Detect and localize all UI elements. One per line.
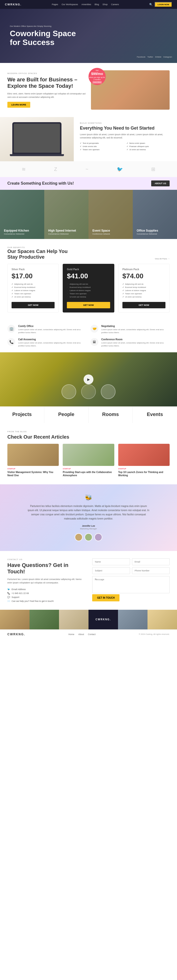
checklist-item-3: ✓Praesan ultriques quis [127, 145, 171, 148]
footer-links: Home About Contact [69, 633, 96, 636]
message-input[interactable] [92, 576, 170, 593]
built-section: MODERN OFFICE SPACES We are Built for Bu… [0, 63, 177, 117]
pack-feature-0-0: Adipiscing elit sed do [11, 283, 54, 286]
pack-cta-1[interactable]: GET NOW [67, 302, 110, 308]
feature-subtitle-3: Convenience Delivered [137, 233, 158, 235]
name-input[interactable] [92, 558, 130, 565]
contact-section: CONTACT US Have Questions? Get in Touch!… [0, 551, 177, 610]
contact-chat: ✉️ Can we help you? Feel free to get in … [7, 600, 85, 602]
social-dribble[interactable]: Dribble [155, 56, 161, 58]
social-instagram[interactable]: Instagram [163, 56, 172, 58]
price-badge-amount: $99/mo [91, 72, 103, 76]
subject-input[interactable] [92, 567, 130, 574]
pack-feature-0-3: Totam rem aperiam [11, 292, 54, 295]
feature-card-content-0: Equipped Kitchen Convenience Delivered [4, 229, 29, 235]
footer-link-contact[interactable]: Contact [88, 633, 96, 636]
social-facebook[interactable]: Facebook [137, 56, 145, 58]
stat-events: Events [133, 407, 177, 423]
contact-row-2 [92, 567, 170, 574]
view-all-plans[interactable]: View All Plans → [155, 258, 170, 260]
pricing-card-0: Silver Pack $17.00 Adipiscing elit sed d… [7, 264, 59, 312]
benefit-text-0: Comfy Office Lorem ipsum dolor sit amet,… [18, 325, 86, 334]
article-title-0[interactable]: Visitor Management Systems: Why You Need… [7, 471, 59, 477]
benefit-desc-1: Lorem ipsum dolor sit amet, consectetur … [101, 328, 170, 334]
pack-name-0: Silver Pack [11, 268, 54, 271]
contact-twitter: 🐦 Email Address [7, 588, 85, 590]
search-icon[interactable]: 🔍 [149, 3, 153, 6]
pack-price-2: $74.00 [123, 272, 166, 280]
benefit-title-2: Call Answering [18, 338, 86, 341]
footer-link-about[interactable]: About [78, 633, 84, 636]
contact-info: 🐦 Email Address 📞 +1 845 621 22 69 💬 Sup… [7, 588, 85, 602]
article-image-0 [7, 444, 59, 466]
feature-subtitle-0: Convenience Delivered [4, 233, 29, 235]
pricing-card-2: Platinum Pack $74.00 Adipiscing elit sed… [118, 264, 170, 312]
checklist-item-5: ✓Ut enim ad minima [127, 148, 171, 151]
checklist-item-4: ✓Totam rem aperiam [80, 148, 124, 151]
benefit-3: 🏛 Conference Room Lorem ipsum dolor sit … [91, 338, 170, 347]
benefit-desc-2: Lorem ipsum dolor sit amet, consectetur … [18, 342, 86, 347]
pack-cta-0[interactable]: GET NOW [11, 302, 54, 308]
email-input[interactable] [132, 558, 170, 565]
contact-chat-text: Can we help you? Feel free to get in tou… [11, 600, 54, 602]
nav-link-pages[interactable]: Pages [52, 3, 58, 6]
contact-title: Have Questions? Get in Touch! [7, 562, 85, 575]
price-badge: Get $99/mo when you sign up for 2 months… [88, 68, 106, 85]
benefit-desc-3: Lorem ipsum dolor sit amet, consectetur … [101, 342, 170, 347]
article-title-2[interactable]: Top 10 Launch Zones for Thinking and Wor… [118, 471, 170, 477]
gallery-item-2 [59, 610, 88, 629]
feature-card-content-1: High Speed Internet Convenience Delivere… [48, 229, 76, 235]
brand-logo-2: ~ [86, 167, 88, 172]
pack-cta-2[interactable]: GET NOW [123, 302, 166, 308]
contact-tag: CONTACT US [7, 558, 85, 560]
pack-name-1: Gold Pack [67, 268, 110, 271]
nav-link-shop[interactable]: Shop [102, 3, 108, 6]
submit-button[interactable]: GET IN TOUCH [92, 594, 120, 601]
contact-form: GET IN TOUCH [92, 558, 170, 602]
article-tag-0: STARTUP [7, 468, 59, 469]
pack-features-2: Adipiscing elit sed do Eusmod temp incid… [123, 283, 166, 299]
benefit-desc-0: Lorem ipsum dolor sit amet, consectetur … [18, 328, 86, 334]
nav-link-amenities[interactable]: Amenities [81, 3, 91, 6]
pricing-title: Our Spaces Can Help You Stay Productive [7, 248, 76, 260]
play-button[interactable]: ▶ [84, 374, 93, 384]
nav-link-workspaces[interactable]: Our Workspaces [61, 3, 78, 6]
footer-link-home[interactable]: Home [69, 633, 74, 636]
price-badge-learn[interactable]: Learn More [92, 81, 102, 84]
benefit-icon-1: 🤝 [91, 325, 98, 332]
login-button[interactable]: LOGIN NOW [155, 2, 172, 7]
about-us-button[interactable]: ABOUT US [151, 180, 170, 186]
everything-title: Everything You Need to Get Started [80, 126, 171, 131]
stat-events-number: Events [138, 412, 172, 417]
pack-feature-2-4: Ut enim ad minima [123, 295, 166, 299]
article-title-1[interactable]: Providing Start-ups with the Collaborati… [63, 471, 114, 477]
testimonial-quote: Parturient leo tellus facilisis elementu… [27, 504, 150, 521]
article-image-2 [118, 444, 170, 466]
phone-input[interactable] [132, 567, 170, 574]
testimonial-section: 🐝 Parturient leo tellus facilisis elemen… [0, 484, 177, 551]
twitter-icon: 🐦 [7, 588, 10, 590]
brand-logo-3: 🐦 [117, 166, 123, 172]
price-badge-text: Get [96, 69, 98, 72]
feature-title-1: High Speed Internet [48, 229, 76, 232]
contact-left: CONTACT US Have Questions? Get in Touch!… [7, 558, 85, 602]
built-right: Get $99/mo when you sign up for 2 months… [91, 70, 170, 110]
built-cta[interactable]: LEARN MORE [7, 102, 30, 108]
contact-support-text: Support [11, 596, 19, 598]
avatar-0 [75, 533, 83, 541]
laptop-section: BUILD SOMETHING Everything You Need to G… [0, 117, 177, 161]
benefit-0: 🏢 Comfy Office Lorem ipsum dolor sit ame… [7, 325, 86, 334]
gallery-logo: CWRKNG. [88, 610, 118, 629]
feature-subtitle-1: Convenience Delivered [48, 233, 76, 235]
create-banner: Create Something Exciting with Us! ABOUT… [0, 177, 177, 190]
nav-links: Pages Our Workspaces Amenities Blog Shop… [52, 3, 119, 6]
nav-link-blog[interactable]: Blog [95, 3, 99, 6]
nav-link-careers[interactable]: Careers [111, 3, 119, 6]
benefit-text-2: Call Answering Lorem ipsum dolor sit ame… [18, 338, 86, 347]
checklist: ✓Text et perspiciatis ✓Nemo enim ipsam ✓… [80, 142, 171, 151]
social-twitter[interactable]: Twitter [148, 56, 153, 58]
contact-phone: 📞 +1 845 621 22 69 [7, 592, 85, 595]
stat-rooms: Rooms [88, 407, 133, 423]
hero-section: Our Modern Office Spaces Are Simply Stun… [0, 9, 177, 63]
pricing-card-1: Gold Pack $41.00 Adipiscing elit sed do … [63, 264, 114, 312]
